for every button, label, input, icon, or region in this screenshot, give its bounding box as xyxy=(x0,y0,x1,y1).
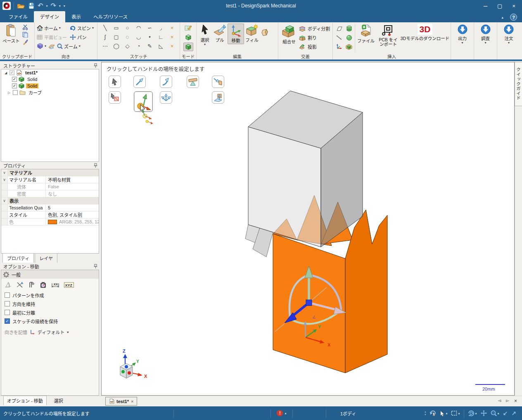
status-spinner-icon[interactable]: ▴▾ xyxy=(425,411,426,416)
home-view-button[interactable]: ホーム▾ xyxy=(36,25,69,31)
view-cube-button[interactable]: ▾ xyxy=(36,43,47,49)
pin-icon[interactable] xyxy=(94,264,97,268)
insert-line-icon[interactable] xyxy=(336,35,342,40)
tab-help[interactable]: ヘルプ/リソース xyxy=(87,11,134,22)
quick-guide-tab[interactable]: クイックガイド xyxy=(515,62,522,106)
alert-dropdown-icon[interactable]: ▴ xyxy=(285,411,286,415)
pin-icon[interactable] xyxy=(94,163,97,168)
property-section-display[interactable]: ∨ 表示 xyxy=(1,197,99,204)
scene-3d[interactable]: ∠ Y X xyxy=(102,62,513,396)
sketch-delete-icon[interactable]: × xyxy=(171,43,174,49)
sketch-arc-icon[interactable]: ◠ xyxy=(136,25,141,31)
solid-mode-button[interactable] xyxy=(183,43,193,51)
selection-box-icon[interactable]: ▴ xyxy=(451,411,460,416)
tree-item-solid1[interactable]: ✓ Solid xyxy=(1,76,99,83)
option-keep-sketch-connections[interactable]: ✓ スケッチの接続を保持 xyxy=(1,317,99,325)
pan-view-icon[interactable] xyxy=(481,410,487,416)
sketch-spline-icon[interactable]: ∽ xyxy=(147,25,152,31)
sketch-point-icon[interactable]: • xyxy=(149,34,151,40)
dimension-option-icon[interactable]: XX xyxy=(51,282,59,288)
move-tool-button[interactable]: 移動 xyxy=(228,24,244,44)
project-button[interactable]: 投影 xyxy=(299,43,330,51)
panel-tab-select[interactable]: 選択 xyxy=(51,396,66,405)
handle-fulcrum-button[interactable] xyxy=(187,76,199,88)
sketch-mode-button[interactable] xyxy=(183,24,193,32)
paste-button[interactable]: ペースト xyxy=(1,24,21,44)
app-logo-icon[interactable] xyxy=(2,2,11,10)
split-face-button[interactable]: 割り xyxy=(299,33,330,42)
tab-scroll-right-icon[interactable]: ▻ xyxy=(506,398,509,404)
handle-directions-button[interactable] xyxy=(160,91,172,104)
replace-tool-button[interactable] xyxy=(260,24,270,37)
insert-sphere-icon[interactable] xyxy=(346,35,352,41)
spin-button[interactable]: スピン▾ xyxy=(69,25,95,31)
insert-plane-icon[interactable] xyxy=(336,26,343,31)
checkbox-unchecked[interactable] xyxy=(5,292,10,298)
tree-item-root[interactable]: ◢ ✓ test1* xyxy=(1,69,99,76)
checkbox-checked[interactable]: ✓ xyxy=(5,318,10,324)
help-icon[interactable]: ? xyxy=(510,14,517,21)
ruler-option-icon[interactable] xyxy=(16,282,24,288)
document-tab-close-icon[interactable]: × xyxy=(131,399,133,404)
handle-select-button[interactable] xyxy=(109,76,121,88)
caliper-option-icon[interactable] xyxy=(28,282,35,288)
select-tool-button[interactable]: 選択 ▾ xyxy=(198,24,212,46)
property-row-density[interactable]: 密度 なし xyxy=(1,190,99,197)
property-row-material-name[interactable]: ∨ マテリアル名 不明な材質 xyxy=(1,176,99,183)
handle-move-to-body-button[interactable] xyxy=(212,76,224,88)
expander-icon[interactable]: ◢ xyxy=(4,71,8,75)
undo-button[interactable]: ↶ xyxy=(38,2,43,9)
tree-item-curves[interactable]: ▷ カーブ xyxy=(1,89,99,96)
undo-dropdown[interactable]: ▾ xyxy=(46,4,47,8)
property-row-fluid[interactable]: 流体 False xyxy=(1,183,99,190)
curves-checkbox[interactable] xyxy=(13,90,18,95)
sketch-line-icon[interactable]: ╲ xyxy=(104,25,107,31)
pull-tool-button[interactable]: プル xyxy=(212,24,228,43)
tab-bar-close-icon[interactable]: × xyxy=(514,398,517,404)
sketch-rectangle-icon[interactable]: ▭ xyxy=(114,25,119,31)
insert-cylinder-icon[interactable] xyxy=(346,26,352,32)
view-orientation-cube[interactable]: Z Y X xyxy=(120,349,147,379)
orientation-default-dropdown[interactable]: ディフォルト xyxy=(38,329,64,335)
sketch-construction-circle-icon[interactable]: ◌ xyxy=(126,34,129,40)
collapse-ribbon-button[interactable]: ▴ xyxy=(501,15,503,19)
pin-icon[interactable] xyxy=(94,63,97,68)
previous-selection-icon[interactable] xyxy=(429,410,436,416)
checkbox-unchecked[interactable] xyxy=(5,301,10,306)
insert-axes-icon[interactable] xyxy=(336,44,342,50)
sketch-trim-icon[interactable]: × xyxy=(171,25,174,31)
pan-button[interactable]: パン xyxy=(69,34,88,40)
viewport-3d[interactable]: ∠ Y X xyxy=(101,62,515,396)
option-detach-first[interactable]: 最初に分離 xyxy=(1,308,99,317)
maximize-button[interactable]: ▢ xyxy=(497,3,502,9)
sketch-tangent-arc-icon[interactable]: ◞ xyxy=(160,25,162,31)
panel-tab-options-move[interactable]: オプション - 移動 xyxy=(3,396,47,405)
sketch-three-point-arc-icon[interactable]: ◔ xyxy=(137,43,140,49)
cut-icon[interactable] xyxy=(22,24,28,30)
gauge-option-icon[interactable] xyxy=(40,282,47,288)
order-button[interactable]: 注文 ▾ xyxy=(502,24,516,45)
download-3d-button[interactable]: 3D 3Dモデルのダウンロード xyxy=(401,24,449,42)
sketch-plane-view-icon[interactable] xyxy=(47,43,56,49)
document-tab-test1[interactable]: test1* × xyxy=(105,397,137,406)
import-pcb-button[interactable]: PCB をインポート xyxy=(376,24,401,47)
sketch-rounded-rectangle-icon[interactable]: ▢ xyxy=(114,34,119,40)
sketch-edit-icon[interactable]: ✎ xyxy=(147,43,152,49)
option-create-pattern[interactable]: パターンを作成 xyxy=(1,291,99,299)
zoom-view-icon[interactable]: ▴ xyxy=(491,410,499,416)
insert-file-button[interactable]: ファイル xyxy=(356,24,376,44)
output-button[interactable]: 出力 ▾ xyxy=(456,24,470,45)
handle-curve-move-button[interactable] xyxy=(160,76,172,88)
investigate-button[interactable]: 調査 ▾ xyxy=(479,24,493,45)
property-row-color[interactable]: 色 ARGB: 255, 255, 128 xyxy=(1,218,99,225)
plan-view-button[interactable]: 平面ビュー xyxy=(36,34,69,40)
root-checkbox[interactable]: ✓ xyxy=(9,70,14,75)
tree-item-solid2-selected[interactable]: ✓ Solid xyxy=(1,83,99,89)
zoom-button[interactable]: ズーム▾ xyxy=(56,43,81,50)
tab-file[interactable]: ファイル xyxy=(2,11,34,22)
checkbox-unchecked[interactable] xyxy=(5,310,10,315)
sketch-ellipse-icon[interactable]: ◯ xyxy=(113,43,119,49)
tab-view[interactable]: 表示 xyxy=(65,11,87,22)
spin-view-icon[interactable]: ▴ xyxy=(468,410,477,416)
open-button[interactable] xyxy=(17,2,25,9)
